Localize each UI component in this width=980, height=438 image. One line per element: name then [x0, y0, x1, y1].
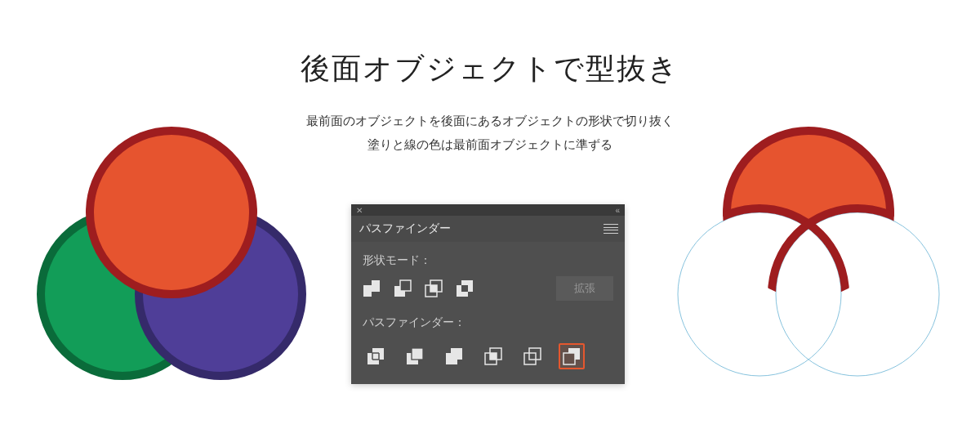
panel-menu-icon[interactable] — [604, 224, 618, 234]
outline-icon[interactable] — [519, 343, 546, 369]
pathfinder-row — [363, 338, 613, 369]
merge-icon[interactable] — [441, 343, 467, 369]
svg-rect-19 — [524, 353, 536, 364]
panel-tab-bar: パスファインダー — [351, 216, 625, 242]
tab-pathfinder[interactable]: パスファインダー — [358, 218, 452, 239]
svg-rect-20 — [529, 348, 541, 360]
svg-rect-9 — [372, 348, 384, 360]
svg-rect-4 — [400, 280, 411, 291]
minus-front-icon[interactable] — [394, 279, 412, 297]
crop-icon[interactable] — [480, 343, 506, 369]
trim-icon[interactable] — [402, 343, 428, 369]
minus-back-icon[interactable] — [559, 343, 585, 369]
svg-rect-21 — [564, 353, 575, 364]
after-illustration — [670, 123, 947, 400]
pathfinder-label: パスファインダー： — [363, 315, 613, 330]
svg-rect-7 — [430, 285, 437, 292]
divide-icon[interactable] — [363, 343, 389, 369]
expand-button[interactable]: 拡張 — [556, 276, 613, 301]
before-illustration — [33, 123, 310, 400]
svg-rect-14 — [412, 348, 423, 360]
pathfinder-panel: ✕ « パスファインダー 形状モード： — [351, 204, 625, 384]
close-icon[interactable]: ✕ — [356, 206, 363, 215]
intersect-icon[interactable] — [425, 279, 443, 297]
red-circle — [90, 131, 253, 294]
panel-top-bar: ✕ « — [351, 204, 625, 216]
shape-mode-label: 形状モード： — [363, 253, 613, 268]
exclude-icon[interactable] — [456, 279, 474, 297]
shape-mode-row: 拡張 — [363, 276, 613, 301]
collapse-icon[interactable]: « — [615, 206, 620, 215]
svg-rect-18 — [490, 353, 497, 360]
page-title: 後面オブジェクトで型抜き — [0, 49, 980, 89]
unite-icon[interactable] — [363, 279, 381, 297]
panel-body: 形状モード： — [351, 242, 625, 384]
